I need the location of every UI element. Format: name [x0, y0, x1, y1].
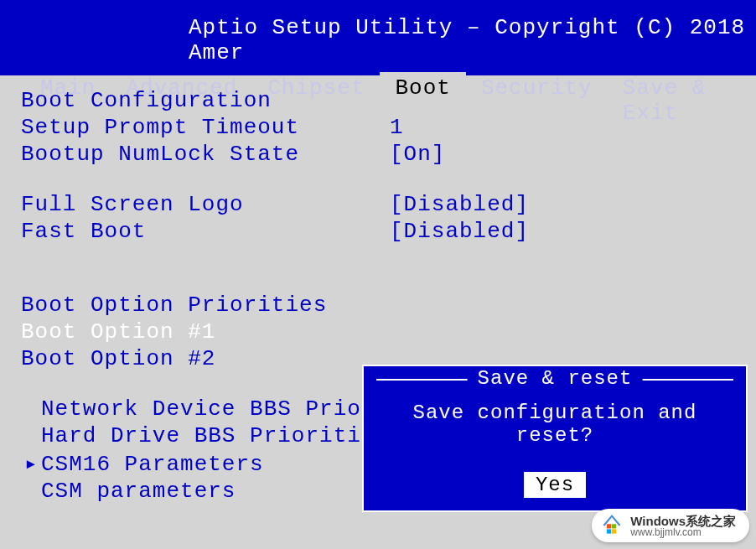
value-setup-prompt: 1 — [390, 115, 404, 140]
row-fast-boot[interactable]: Fast Boot [Disabled] — [21, 219, 735, 244]
dialog-title: Save & reset — [468, 367, 643, 390]
svg-rect-3 — [612, 529, 616, 533]
watermark-sub: www.bjjmlv.com — [630, 527, 736, 537]
watermark-main: Windows系统之家 — [630, 515, 736, 527]
value-fast-boot: [Disabled] — [390, 219, 529, 244]
watermark: Windows系统之家 www.bjjmlv.com — [592, 509, 749, 542]
svg-rect-2 — [607, 529, 611, 533]
label-full-screen-logo: Full Screen Logo — [21, 192, 390, 217]
submenu-label: Hard Drive BBS Priorities — [41, 423, 389, 448]
svg-rect-0 — [607, 524, 611, 528]
svg-rect-1 — [612, 524, 616, 528]
yes-button[interactable]: Yes — [524, 472, 586, 498]
value-numlock: [On] — [390, 142, 445, 167]
label-fast-boot: Fast Boot — [21, 219, 390, 244]
save-reset-dialog: Save & reset Save configuration and rese… — [362, 365, 748, 512]
submenu-label: CSM parameters — [41, 479, 236, 504]
row-numlock[interactable]: Bootup NumLock State [On] — [21, 142, 735, 167]
label-boot-option-1: Boot Option #1 — [21, 319, 390, 344]
section-boot-config: Boot Configuration — [21, 88, 735, 113]
label-setup-prompt: Setup Prompt Timeout — [21, 115, 390, 140]
submenu-label: CSM16 Parameters — [41, 452, 264, 477]
label-numlock: Bootup NumLock State — [21, 142, 390, 167]
row-boot-option-1[interactable]: Boot Option #1 — [21, 319, 735, 344]
row-setup-prompt[interactable]: Setup Prompt Timeout 1 — [21, 115, 735, 140]
bios-title: Aptio Setup Utility – Copyright (C) 2018… — [0, 0, 756, 65]
bios-header: Aptio Setup Utility – Copyright (C) 2018… — [0, 0, 756, 75]
value-full-screen-logo: [Disabled] — [390, 192, 529, 217]
label-boot-option-2: Boot Option #2 — [21, 346, 390, 371]
submenu-arrow-icon: ▸ — [24, 450, 41, 477]
row-full-screen-logo[interactable]: Full Screen Logo [Disabled] — [21, 192, 735, 217]
section-boot-priorities: Boot Option Priorities — [21, 293, 735, 318]
dialog-message: Save configuration and reset? — [376, 401, 733, 447]
windows-logo-icon — [600, 514, 624, 537]
